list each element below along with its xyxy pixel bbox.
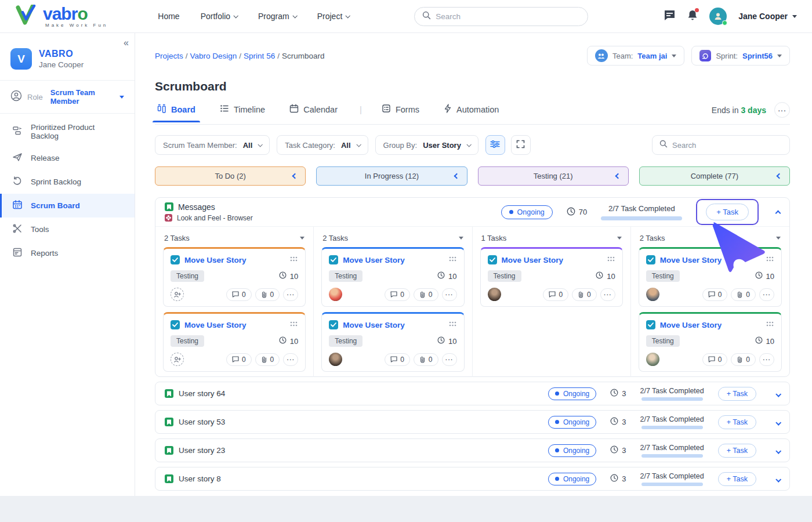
task-title-link[interactable]: Move User Story <box>343 321 405 329</box>
comments-count[interactable]: 0 <box>702 353 728 366</box>
workspace-avatar[interactable]: V <box>10 48 32 70</box>
card-more-button[interactable]: ... <box>600 288 615 301</box>
card-more-button[interactable]: ... <box>442 288 457 301</box>
tab-calendar[interactable]: Calendar <box>287 104 340 122</box>
status-badge-ongoing[interactable]: Ongoing <box>548 387 596 400</box>
story-title[interactable]: Messages <box>178 202 215 212</box>
notifications-bell-icon[interactable] <box>687 9 698 23</box>
tab-timeline[interactable]: Timeline <box>217 104 267 122</box>
nav-project[interactable]: Project <box>317 12 350 21</box>
card-more-button[interactable]: ... <box>283 288 298 301</box>
user-story-row[interactable]: User story 8 Ongoing 3 2/7 Task Complete… <box>155 467 790 491</box>
task-card[interactable]: Move User Story Testing 10 0 0 <box>163 247 306 307</box>
status-badge-ongoing[interactable]: Ongoing <box>501 205 553 219</box>
user-menu[interactable]: Jane Cooper <box>738 12 797 21</box>
attachments-count[interactable]: 0 <box>731 353 756 366</box>
column-header-in-progress[interactable]: In Progress (12) <box>316 166 467 186</box>
chevron-down-icon[interactable] <box>617 237 622 240</box>
drag-handle-icon[interactable] <box>449 320 457 330</box>
filter-task-category[interactable]: Task Category:All <box>277 135 368 155</box>
status-badge-ongoing[interactable]: Ongoing <box>548 416 596 429</box>
expand-story-chevron[interactable] <box>776 445 780 456</box>
vabro-logo[interactable]: vabro Make Work Fun <box>15 5 108 28</box>
more-options-button[interactable]: ... <box>774 102 790 118</box>
comments-count[interactable]: 0 <box>702 288 728 301</box>
drag-handle-icon[interactable] <box>766 320 774 330</box>
sidebar-item-release[interactable]: Release <box>0 146 135 170</box>
attachments-count[interactable]: 0 <box>414 353 438 366</box>
attachments-count[interactable]: 0 <box>572 288 597 301</box>
user-avatar[interactable] <box>709 8 727 25</box>
drag-handle-icon[interactable] <box>449 255 457 265</box>
filter-scrum-team-member[interactable]: Scrum Team Member:All <box>155 135 270 155</box>
comments-count[interactable]: 0 <box>226 288 252 301</box>
expand-story-chevron[interactable] <box>776 389 780 399</box>
role-selector[interactable]: Role Scrum Team Member <box>0 81 135 113</box>
global-search[interactable] <box>414 7 588 26</box>
drag-handle-icon[interactable] <box>766 255 774 265</box>
board-search-input[interactable] <box>672 141 782 150</box>
task-card[interactable]: Move User Story Testing 10 0 0 <box>321 312 464 372</box>
column-header-testing[interactable]: Testing (21) <box>478 166 629 186</box>
fullscreen-button[interactable] <box>511 135 531 155</box>
user-story-row[interactable]: User story 53 Ongoing 3 2/7 Task Complet… <box>155 410 790 434</box>
task-card[interactable]: Move User Story Testing 10 0 0 <box>480 247 623 307</box>
filter-group-by[interactable]: Group By:User Story <box>375 135 478 155</box>
comments-count[interactable]: 0 <box>543 288 568 301</box>
sidebar-item-scrum-board[interactable]: Scrum Board <box>0 194 135 217</box>
attachments-count[interactable]: 0 <box>255 288 280 301</box>
breadcrumb-sprint-56[interactable]: Sprint 56 <box>244 52 275 60</box>
card-more-button[interactable]: ... <box>442 353 457 366</box>
story-title[interactable]: User story 64 <box>179 389 225 398</box>
sidebar-item-tools[interactable]: Tools <box>0 217 135 241</box>
drag-handle-icon[interactable] <box>290 255 298 265</box>
task-title-link[interactable]: Move User Story <box>184 256 246 264</box>
task-card[interactable]: Move User Story Testing 10 0 0 <box>321 247 464 307</box>
column-header-todo[interactable]: To Do (2) <box>155 166 306 186</box>
expand-story-chevron[interactable] <box>776 417 780 427</box>
sidebar-item-sprint-backlog[interactable]: Sprint Backlog <box>0 170 135 194</box>
column-header-complete[interactable]: Complete (77) <box>639 166 790 186</box>
breadcrumb-projects[interactable]: Projects <box>155 52 183 60</box>
comments-count[interactable]: 0 <box>226 353 252 366</box>
comments-count[interactable]: 0 <box>385 353 410 366</box>
sidebar-item-reports[interactable]: Reports <box>0 241 135 265</box>
add-task-button[interactable]: + Task <box>718 472 756 486</box>
task-title-link[interactable]: Move User Story <box>502 256 564 264</box>
drag-handle-icon[interactable] <box>290 320 298 330</box>
global-search-input[interactable] <box>436 12 580 21</box>
nav-program[interactable]: Program <box>258 12 296 21</box>
board-search[interactable] <box>652 135 790 155</box>
chevron-down-icon[interactable] <box>459 237 463 240</box>
task-title-link[interactable]: Move User Story <box>660 256 722 264</box>
sidebar-collapse-icon[interactable]: « <box>124 38 129 48</box>
task-card[interactable]: Move User Story Testing 10 0 0 <box>639 312 782 372</box>
add-assignee-button[interactable] <box>171 353 184 366</box>
task-title-link[interactable]: Move User Story <box>660 321 722 329</box>
attachments-count[interactable]: 0 <box>731 288 756 301</box>
comments-count[interactable]: 0 <box>385 288 410 301</box>
add-task-button[interactable]: + Task <box>706 204 749 220</box>
card-more-button[interactable]: ... <box>759 353 774 366</box>
assignee-avatar[interactable] <box>329 353 342 366</box>
assignee-avatar[interactable] <box>329 288 342 301</box>
task-title-link[interactable]: Move User Story <box>343 256 405 264</box>
card-more-button[interactable]: ... <box>283 353 298 366</box>
activity-feed-icon[interactable] <box>664 10 676 23</box>
chevron-down-icon[interactable] <box>776 237 781 240</box>
task-card[interactable]: Move User Story Testing 10 0 0 <box>163 312 306 372</box>
expand-story-chevron[interactable] <box>776 474 780 484</box>
breadcrumb-vabro-design[interactable]: Vabro Design <box>190 52 237 60</box>
story-title[interactable]: User story 8 <box>179 474 221 483</box>
board-settings-button[interactable] <box>485 135 505 155</box>
user-story-row[interactable]: User story 64 Ongoing 3 2/7 Task Complet… <box>155 382 790 405</box>
task-title-link[interactable]: Move User Story <box>184 321 246 329</box>
user-story-row[interactable]: User story 23 Ongoing 3 2/7 Task Complet… <box>155 438 790 462</box>
nav-portfolio[interactable]: Portfolio <box>201 12 237 21</box>
team-selector[interactable]: Team: Team jai <box>587 46 684 66</box>
attachments-count[interactable]: 0 <box>255 353 280 366</box>
assignee-avatar[interactable] <box>646 353 659 366</box>
assignee-avatar[interactable] <box>646 288 659 301</box>
status-badge-ongoing[interactable]: Ongoing <box>548 473 596 485</box>
sprint-selector[interactable]: Sprint: Sprint56 <box>691 46 790 66</box>
